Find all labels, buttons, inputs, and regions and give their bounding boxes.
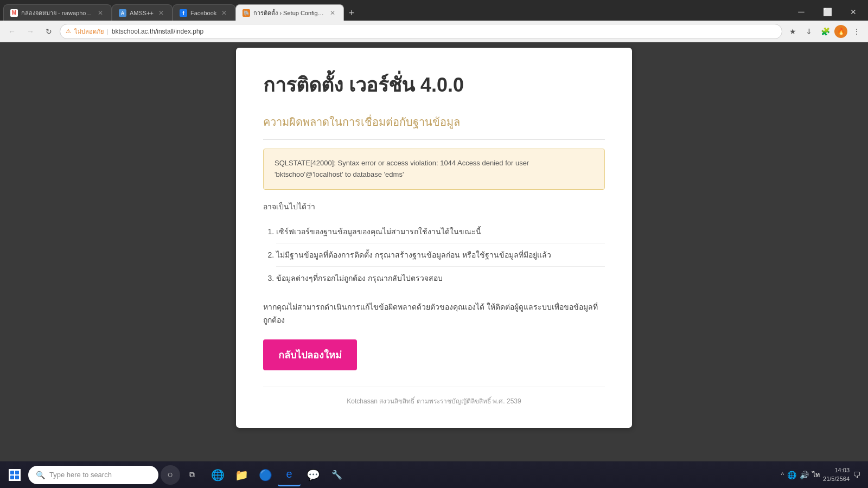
cortana-icon: ○ [168,469,174,480]
explorer-icon: 📁 [235,468,248,481]
new-tab-button[interactable]: + [344,5,359,21]
page-title: การติดตั้ง เวอร์ชั่น 4.0.0 [263,69,605,100]
back-nav-button[interactable]: ← [4,24,20,39]
taskbar-search[interactable]: 🔍 Type here to search [28,466,158,484]
taskbar: 🔍 Type here to search ○ ⧉ 🌐 📁 🔵 e 💬 🔧 ^ [0,461,868,488]
address-bar[interactable]: ⚠ ไม่ปลอดภัย | bktschool.ac.th/install/i… [60,24,782,39]
chrome-icon: 🔵 [259,468,272,481]
task-view-icon: ⧉ [189,470,195,479]
close-window-button[interactable]: ✕ [841,3,866,21]
taskbar-apps: 🌐 📁 🔵 e 💬 🔧 [206,464,348,486]
setup-favicon: 🐘 [242,9,250,17]
start-icon [9,469,21,481]
line-icon: 💬 [307,468,320,481]
tab-amss-label: AMSS++ [130,10,154,16]
tab-gmail-label: กล่องจดหมาย - nawaphon53@gm... [21,8,93,18]
tab-facebook-close[interactable]: ✕ [220,9,228,17]
section-label: อาจเป็นไปได้ว่า [263,201,605,213]
reason-3: ข้อมูลต่างๆที่กรอกไม่ถูกต้อง กรุณากลับไป… [276,267,605,290]
tab-gmail-close[interactable]: ✕ [96,9,105,17]
reason-list: เซิร์ฟเวอร์ของฐานข้อมูลของคุณไม่สามารถใช… [263,220,605,290]
misc-icon: 🔧 [331,470,342,480]
cortana-button[interactable]: ○ [161,465,180,485]
address-divider: | [107,28,108,35]
card-footer: Kotchasan สงวนลิขสิทธิ์ ตามพระราชบัญญัติ… [263,387,605,406]
tray-clock[interactable]: 14:03 21/5/2564 [823,466,850,483]
address-bar-url: bktschool.ac.th/install/index.php [112,28,203,35]
facebook-favicon: f [180,9,187,17]
start-button[interactable] [3,464,26,486]
gmail-favicon: M [10,9,18,17]
taskbar-ie[interactable]: e [278,464,301,486]
ie-icon: e [286,468,292,480]
maximize-button[interactable]: ⬜ [815,3,840,21]
edge-icon: 🌐 [211,468,225,481]
tab-facebook-label: Facebook [190,10,216,16]
volume-icon[interactable]: 🔊 [800,471,809,479]
language-indicator[interactable]: ไท [812,470,820,480]
forward-nav-button[interactable]: → [23,24,38,39]
tab-amss-close[interactable]: ✕ [157,9,165,17]
amss-favicon: A [119,9,126,17]
address-bar-warning: ไม่ปลอดภัย [74,27,104,36]
task-view-button[interactable]: ⧉ [182,465,202,485]
download-icon[interactable]: ⇓ [802,24,816,38]
network-icon[interactable]: 🌐 [787,471,796,479]
taskbar-edge[interactable]: 🌐 [206,464,229,486]
nav-bar: ← → ↻ ⚠ ไม่ปลอดภัย | bktschool.ac.th/ins… [0,21,868,42]
page-content: การติดตั้ง เวอร์ชั่น 4.0.0 ความผิดพลาดใน… [0,42,868,461]
error-message-box: SQLSTATE[42000]: Syntax error or access … [263,149,605,190]
menu-button[interactable]: ⋮ [850,24,864,38]
taskbar-line[interactable]: 💬 [302,464,324,486]
error-subtitle: ความผิดพลาดในการเชื่อมต่อกับฐานข้อมูล [263,113,605,140]
tab-setup-close[interactable]: ✕ [328,9,337,17]
taskbar-explorer[interactable]: 📁 [230,464,253,486]
error-message-text: SQLSTATE[42000]: Syntax error or access … [275,159,529,178]
tab-setup[interactable]: 🐘 การติดตั้ง › Setup Configuration F... … [235,4,344,21]
taskbar-chrome[interactable]: 🔵 [254,464,277,486]
search-icon: 🔍 [36,471,45,479]
tab-setup-label: การติดตั้ง › Setup Configuration F... [253,8,325,18]
reason-2: ไม่มีฐานข้อมูลที่ต้องการติดตั้ง กรุณาสร้… [276,243,605,267]
tray-time-display: 14:03 [823,466,850,474]
tab-bar: M กล่องจดหมาย - nawaphon53@gm... ✕ A AMS… [0,0,868,21]
minimize-button[interactable]: ─ [789,3,814,21]
taskbar-app-misc[interactable]: 🔧 [326,464,348,486]
nav-actions: ★ ⇓ 🧩 🔥 ⋮ [786,24,864,38]
search-placeholder: Type here to search [49,471,112,479]
reason-1: เซิร์ฟเวอร์ของฐานข้อมูลของคุณไม่สามารถใช… [276,220,605,243]
bookmarks-icon[interactable]: ★ [786,24,800,38]
extensions-icon[interactable]: 🧩 [818,24,832,38]
tab-gmail[interactable]: M กล่องจดหมาย - nawaphon53@gm... ✕ [3,4,112,21]
tab-amss[interactable]: A AMSS++ ✕ [112,4,173,21]
tab-facebook[interactable]: f Facebook ✕ [173,4,235,21]
browser-chrome: M กล่องจดหมาย - nawaphon53@gm... ✕ A AMS… [0,0,868,42]
system-tray: ^ 🌐 🔊 ไท 14:03 21/5/2564 🗨 [781,466,865,483]
back-button[interactable]: กลับไปลองใหม่ [263,339,357,370]
security-warning-icon: ⚠ [66,28,71,35]
install-card: การติดตั้ง เวอร์ชั่น 4.0.0 ความผิดพลาดใน… [236,48,632,428]
reload-nav-button[interactable]: ↻ [41,24,56,39]
tray-expand-icon[interactable]: ^ [781,471,784,479]
profile-avatar[interactable]: 🔥 [834,25,847,38]
help-text: หากคุณไม่สามารถดำเนินการแก้ไขข้อผิดพลาดด… [263,301,605,327]
notification-icon[interactable]: 🗨 [853,471,860,479]
tray-date-display: 21/5/2564 [823,475,850,483]
